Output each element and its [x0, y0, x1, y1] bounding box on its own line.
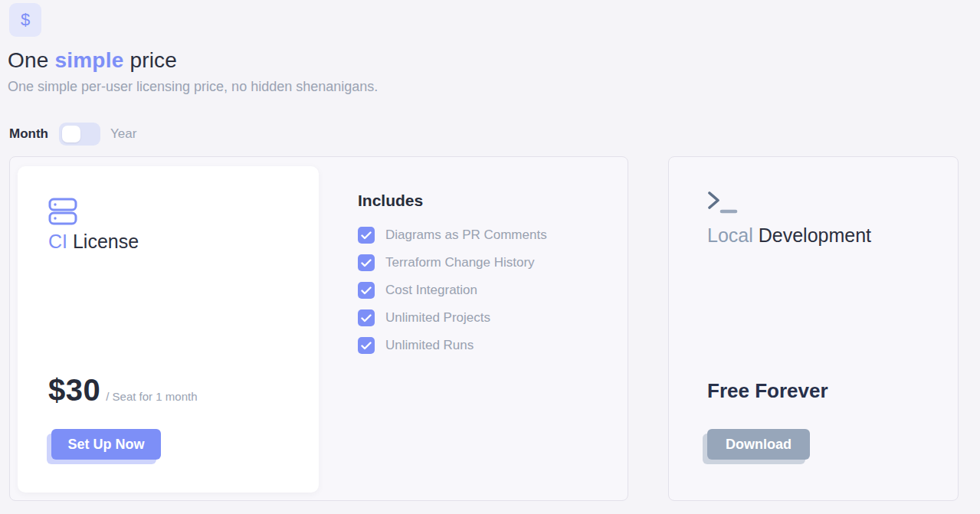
page-subtitle: One simple per-user licensing price, no … [8, 79, 980, 95]
switch-thumb[interactable] [62, 126, 80, 142]
server-icon [48, 197, 77, 229]
price-row: $30 / Seat for 1 month [48, 373, 197, 408]
checkbox-checked-icon [358, 282, 375, 299]
page-title-accent: simple [55, 48, 124, 72]
ci-license-title-accent: CI [48, 231, 67, 252]
includes-section: Includes Diagrams as PR Comments Terrafo… [358, 192, 547, 365]
page-title-pre: One [8, 48, 49, 72]
ci-license-card: CI License $30 / Seat for 1 month Set Up… [9, 156, 628, 501]
includes-title: Includes [358, 192, 547, 210]
feature-item: Unlimited Projects [358, 309, 547, 326]
local-development-title: Local Development [707, 224, 871, 247]
billing-period-toggle-row: Month Year [9, 123, 980, 146]
feature-item: Diagrams as PR Comments [358, 227, 547, 244]
billing-period-switch[interactable] [59, 123, 100, 146]
feature-label: Terraform Change History [385, 255, 535, 270]
local-development-card: Local Development Free Forever Download [668, 156, 959, 501]
pricing-header: $ One simple price One simple per-user l… [0, 0, 980, 95]
page-title-post: price [129, 48, 177, 72]
feature-list: Diagrams as PR Comments Terraform Change… [358, 227, 547, 354]
checkbox-checked-icon [358, 309, 375, 326]
price-suffix: / Seat for 1 month [106, 390, 197, 403]
ci-license-title-rest: License [73, 231, 139, 252]
local-development-title-accent: Local [707, 224, 753, 246]
feature-label: Unlimited Runs [385, 338, 474, 353]
plan-cards: CI License $30 / Seat for 1 month Set Up… [9, 156, 980, 501]
checkbox-checked-icon [358, 254, 375, 271]
year-label[interactable]: Year [110, 126, 136, 142]
set-up-now-button[interactable]: Set Up Now [51, 429, 161, 460]
local-development-title-rest: Development [759, 224, 871, 246]
free-forever-heading: Free Forever [707, 379, 828, 403]
ci-license-title: CI License [48, 231, 139, 253]
feature-item: Unlimited Runs [358, 337, 547, 354]
dollar-icon: $ [9, 3, 41, 37]
feature-label: Cost Integration [385, 283, 477, 298]
ci-license-panel: CI License $30 / Seat for 1 month Set Up… [18, 166, 319, 493]
dollar-glyph: $ [21, 10, 30, 30]
checkbox-checked-icon [358, 337, 375, 354]
checkbox-checked-icon [358, 227, 375, 244]
feature-label: Diagrams as PR Comments [385, 228, 547, 243]
terminal-icon [707, 189, 739, 220]
month-label[interactable]: Month [9, 126, 48, 142]
feature-label: Unlimited Projects [385, 310, 490, 326]
page-title: One simple price [8, 48, 980, 73]
feature-item: Terraform Change History [358, 254, 547, 271]
download-button[interactable]: Download [707, 429, 810, 460]
price-amount: $30 [48, 373, 100, 408]
feature-item: Cost Integration [358, 282, 547, 299]
